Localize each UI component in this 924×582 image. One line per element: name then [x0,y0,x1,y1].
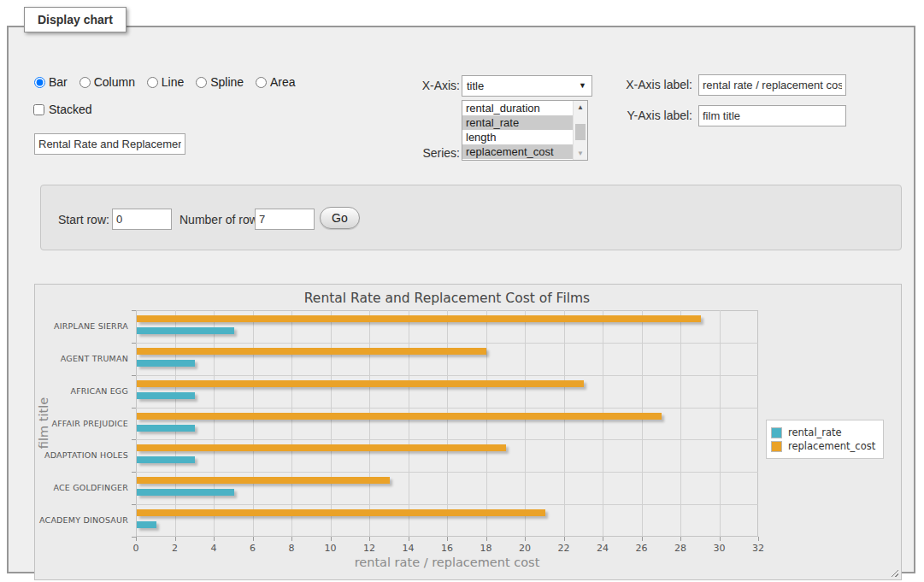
chart-type-line-radio[interactable] [147,77,158,88]
y-tick-mark [132,537,136,538]
go-button[interactable]: Go [320,207,360,229]
gridline-vertical [331,310,332,537]
x-tick-label: 30 [707,543,733,554]
x-tick-mark [486,537,487,541]
resize-handle-icon[interactable] [889,567,898,577]
y-tick-mark [132,472,136,473]
series-option-rental_duration[interactable]: rental_duration [462,101,573,115]
chart-legend: rental_ratereplacement_cost [766,420,884,459]
gridline-vertical [214,310,215,537]
x-tick-mark [642,537,643,541]
bar-replacement_cost [137,477,390,484]
y-tick-mark [132,439,136,440]
chart-type-line-label: Line [162,75,184,89]
num-rows-input[interactable] [255,209,315,230]
gridline-vertical [291,310,292,537]
x-tick-mark [291,537,292,541]
stacked-checkbox[interactable] [33,104,44,115]
chart-type-line[interactable]: Line [147,75,184,89]
x-axis-select[interactable]: title ▼ [462,75,592,97]
gridline-vertical [409,310,409,537]
series-list-label: Series: [385,146,460,160]
bar-rental_rate [137,425,195,432]
x-tick-label: 26 [629,543,655,554]
x-tick-mark [175,537,176,541]
chart-type-column-radio[interactable] [79,77,91,88]
chart-type-area[interactable]: Area [256,75,296,89]
chart-type-spline[interactable]: Spline [196,75,244,89]
x-axis-select-label: X-Axis: [385,79,460,92]
chart-title-input[interactable] [34,133,185,155]
x-tick-label: 4 [201,543,227,554]
legend-item-replacement_cost: replacement_cost [771,440,875,452]
scrollbar-thumb[interactable] [575,124,586,140]
x-tick-mark [214,537,215,541]
start-row-input[interactable] [112,209,172,230]
series-listbox[interactable]: rental_durationrental_ratelengthreplacem… [462,100,588,161]
stacked-row: Stacked [33,103,92,116]
chart-type-bar-label: Bar [49,75,68,89]
series-listbox-scrollbar[interactable]: ▲ ▼ [573,101,587,160]
gridline-vertical [369,310,370,537]
series-option-replacement_cost[interactable]: replacement_cost [462,144,573,159]
category-label: AGENT TRUMAN [38,354,128,363]
stacked-checkbox-label-wrap[interactable]: Stacked [33,103,92,116]
x-tick-mark [720,537,721,541]
category-label: ACADEMY DINOSAUR [38,515,128,525]
x-tick-mark [331,537,332,541]
gridline-vertical [642,310,643,537]
chart-type-spline-label: Spline [210,75,244,89]
bar-rental_rate [137,327,234,334]
gridline-vertical [447,310,448,537]
chart-type-spline-radio[interactable] [196,77,207,88]
chart-type-area-radio[interactable] [256,77,267,88]
panel-title: Display chart [24,7,127,32]
x-tick-mark [758,537,759,541]
category-label: AIRPLANE SIERRA [38,321,128,331]
scrollbar-up-arrow-icon[interactable]: ▲ [574,101,587,114]
app-screen: Display chart Bar Column Line Spline Are… [0,0,924,582]
bar-replacement_cost [137,315,701,322]
series-option-rental_rate[interactable]: rental_rate [462,115,573,130]
y-tick-mark [132,343,136,344]
start-row-label: Start row: [58,213,109,226]
bar-replacement_cost [137,380,584,387]
x-tick-label: 22 [551,543,577,554]
gridline-vertical [564,310,565,537]
chart-type-bar-radio[interactable] [34,77,45,88]
chart-type-bar[interactable]: Bar [34,75,68,89]
category-label: ADAPTATION HOLES [38,450,128,460]
x-tick-mark [409,537,409,541]
x-tick-label: 28 [668,543,693,554]
gridline-vertical [486,310,487,537]
x-tick-label: 6 [240,543,266,554]
y-axis-label-input[interactable] [698,105,846,126]
bar-rental_rate [137,521,156,528]
legend-swatch-rental_rate [771,427,782,438]
legend-item-rental_rate: rental_rate [771,426,875,438]
x-tick-mark [603,537,603,541]
gridline-horizontal [136,504,758,505]
gridline-horizontal [136,375,758,376]
x-axis-title: rental rate / replacement cost [136,556,758,569]
display-chart-panel: Bar Column Line Spline Area Stacked X-Ax… [7,26,915,573]
chart-type-column[interactable]: Column [79,75,135,89]
select-dropdown-arrow-icon: ▼ [579,76,586,96]
bar-rental_rate [137,392,195,399]
scrollbar-down-arrow-icon[interactable]: ▼ [574,147,587,160]
gridline-horizontal [136,439,758,440]
x-tick-label: 20 [512,543,538,554]
x-tick-label: 24 [590,543,615,554]
x-axis-label-input[interactable] [698,74,846,96]
x-tick-mark [564,537,565,541]
y-tick-mark [132,504,136,505]
gridline-horizontal [136,472,758,473]
legend-label: rental_rate [788,426,842,438]
row-range-toolbar: Start row: Number of rows: Go [40,185,902,250]
gridline-vertical [253,310,254,537]
x-tick-mark [369,537,370,541]
series-option-length[interactable]: length [462,130,573,144]
gridline-horizontal [136,408,758,409]
gridline-vertical [175,310,176,537]
y-tick-mark [132,375,136,376]
